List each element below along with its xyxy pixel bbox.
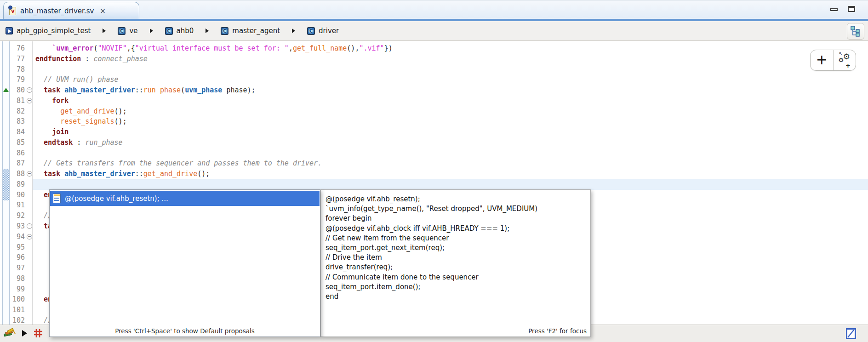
hierarchy-icon xyxy=(851,26,861,37)
breadcrumb-label: ahb0 xyxy=(177,27,194,35)
token: (); xyxy=(114,107,127,115)
gutter-row: 87 xyxy=(10,158,33,169)
token xyxy=(35,170,44,178)
tab-ahb-master-driver[interactable]: ahb_master_driver.sv × xyxy=(3,2,139,19)
preview-line: forever begin xyxy=(326,214,587,223)
token xyxy=(35,211,44,220)
preview-footer-hint: Press 'F2' for focus xyxy=(528,327,587,335)
gutter-row: 81− xyxy=(10,96,33,106)
breadcrumb-separator-icon xyxy=(103,28,106,33)
token: get_and_drive xyxy=(143,170,197,178)
token xyxy=(60,86,64,94)
show-hierarchy-button[interactable] xyxy=(847,23,864,40)
token: uvm_phase xyxy=(185,86,222,94)
token: "NOVIF" xyxy=(97,44,126,52)
fold-marker-icon[interactable]: − xyxy=(27,234,32,239)
smart-insert-toggle[interactable] xyxy=(846,328,856,339)
token xyxy=(35,222,44,230)
settings-button[interactable]: ↖ ⚙ ⚙ + xyxy=(834,50,856,70)
line-number: 79 xyxy=(10,74,25,85)
code-line-78[interactable] xyxy=(35,64,868,75)
token xyxy=(35,295,44,303)
line-number: 97 xyxy=(10,263,25,274)
gutter-row: 93− xyxy=(10,221,33,232)
fold-marker-icon[interactable]: − xyxy=(27,171,32,177)
breadcrumb-item-ahb0[interactable]: ahb0 xyxy=(165,27,194,35)
token: connect_phase xyxy=(93,55,147,63)
status-left-icons xyxy=(4,328,43,338)
add-button[interactable]: + xyxy=(811,50,834,70)
proposal-item-selected[interactable]: @(posedge vif.ahb_resetn); ... xyxy=(50,191,320,206)
line-number: 93 xyxy=(10,221,25,232)
token xyxy=(35,316,44,325)
code-line-85[interactable]: endtask : run_phase xyxy=(35,137,868,148)
breadcrumb: apb_gpio_simple_testveahb0master_agentdr… xyxy=(6,27,339,35)
token: task xyxy=(44,170,60,178)
breadcrumb-item-apb_gpio_simple_test[interactable]: apb_gpio_simple_test xyxy=(6,27,91,35)
breadcrumb-item-driver[interactable]: driver xyxy=(307,27,339,35)
token: endtask xyxy=(44,138,73,147)
breadcrumb-item-ve[interactable]: ve xyxy=(118,27,137,35)
gutter-row: 84 xyxy=(10,127,33,137)
grid-icon[interactable] xyxy=(34,329,43,338)
gear-plus-icon: + xyxy=(845,62,851,69)
code-line-79[interactable]: // UVM run() phase xyxy=(35,74,868,85)
line-number: 91 xyxy=(10,200,25,211)
line-number: 83 xyxy=(10,116,25,127)
preview-line: @(posedge vif.ahb_resetn); xyxy=(326,194,587,204)
code-line-76[interactable]: `uvm_error("NOVIF",{"virtual interface m… xyxy=(35,43,868,54)
line-number: 77 xyxy=(10,54,25,64)
content-assist-popup: @(posedge vif.ahb_resetn); ... Press 'Ct… xyxy=(49,189,320,337)
code-line-80[interactable]: task ahb_master_driver::run_phase(uvm_ph… xyxy=(35,85,868,96)
fold-marker-icon[interactable]: − xyxy=(27,98,32,103)
maximize-icon[interactable] xyxy=(848,6,855,12)
gutter-row: 77 xyxy=(10,54,33,64)
code-line-86[interactable] xyxy=(35,148,868,159)
preview-line: drive_transfer(req); xyxy=(326,262,587,272)
fold-marker-icon[interactable]: − xyxy=(27,87,32,93)
code-line-77[interactable]: endfunction : connect_phase xyxy=(35,54,868,64)
preview-line: @(posedge vif.ahb_clock iff vif.AHB_HREA… xyxy=(326,224,587,234)
token: :: xyxy=(135,170,143,178)
breadcrumb-item-master_agent[interactable]: master_agent xyxy=(221,27,280,35)
snippet-icon xyxy=(53,194,61,203)
line-number: 82 xyxy=(10,106,25,117)
code-line-81[interactable]: fork xyxy=(35,96,868,106)
code-line-87[interactable]: // Gets transfers from the sequencer and… xyxy=(35,158,868,169)
gutter-row: 89 xyxy=(10,179,33,190)
tab-close-icon[interactable]: × xyxy=(100,7,106,15)
gutter-row: 100 xyxy=(10,294,33,305)
code-line-88[interactable]: task ahb_master_driver::get_and_drive(); xyxy=(35,169,868,179)
gutter-row: 91 xyxy=(10,200,33,211)
code-line-89[interactable] xyxy=(35,179,868,190)
gutter-row: 76 xyxy=(10,43,33,54)
systemverilog-file-icon xyxy=(9,7,16,15)
token: // UVM run() phase xyxy=(44,75,119,84)
preview-line: seq_item_port.item_done(); xyxy=(326,282,587,292)
proposal-label: @(posedge vif.ahb_resetn); ... xyxy=(65,194,168,203)
token xyxy=(35,44,52,52)
breadcrumb-label: driver xyxy=(319,27,339,35)
token: :: xyxy=(135,86,143,94)
proposal-footer-hint: Press 'Ctrl+Space' to show Default propo… xyxy=(50,327,320,335)
run-arrow-icon[interactable] xyxy=(22,330,27,336)
line-number: 80 xyxy=(10,85,25,96)
token: join xyxy=(52,128,69,136)
token: (); xyxy=(197,170,210,178)
line-number: 100 xyxy=(10,294,25,305)
minimize-icon[interactable] xyxy=(830,8,838,11)
diagonal-icon xyxy=(847,330,855,338)
code-line-84[interactable]: join xyxy=(35,127,868,137)
gutter-row: 94− xyxy=(10,232,33,242)
annotation-ruler[interactable] xyxy=(2,41,10,325)
code-line-82[interactable]: get_and_drive(); xyxy=(35,106,868,117)
code-line-83[interactable]: reset_signals(); xyxy=(35,116,868,127)
token: endfunction xyxy=(35,55,81,63)
breadcrumb-label: ve xyxy=(129,27,137,35)
token xyxy=(60,170,64,178)
token xyxy=(35,138,44,147)
floating-editor-toolbar: + ↖ ⚙ ⚙ + xyxy=(810,50,856,71)
fold-marker-icon[interactable]: − xyxy=(27,223,32,229)
preview-line: end xyxy=(326,292,587,302)
build-icon[interactable] xyxy=(4,328,16,338)
